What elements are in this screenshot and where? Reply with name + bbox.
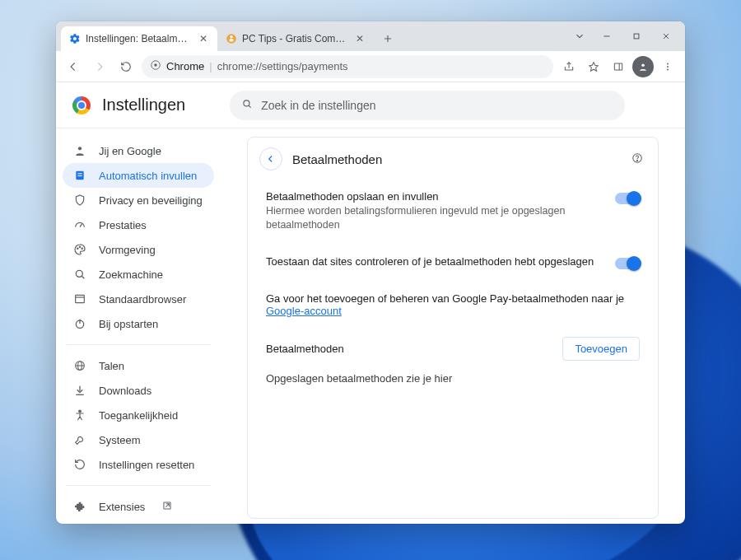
- svg-point-39: [79, 410, 82, 413]
- new-tab-button[interactable]: [377, 28, 398, 49]
- setting-google-pay-info: Ga voor het toevoegen of beheren van Goo…: [248, 281, 658, 329]
- share-icon[interactable]: [558, 56, 580, 77]
- svg-rect-22: [77, 173, 82, 174]
- svg-point-48: [636, 160, 637, 161]
- svg-point-25: [77, 248, 78, 249]
- sidebar-item-search-engine[interactable]: Zoekmachine: [63, 262, 214, 287]
- settings-sidebar: Jij en Google Automatisch invullen Priva…: [56, 128, 221, 524]
- back-button[interactable]: [63, 56, 84, 77]
- profile-avatar[interactable]: [632, 56, 654, 77]
- sidebar-item-you-and-google[interactable]: Jij en Google: [63, 138, 214, 163]
- sidebar-divider: [66, 344, 211, 345]
- external-link-icon: [161, 500, 173, 514]
- google-account-link[interactable]: Google-account: [266, 305, 342, 317]
- sidebar-item-system[interactable]: Systeem: [63, 427, 214, 452]
- svg-point-17: [667, 68, 669, 70]
- close-icon[interactable]: ✕: [198, 33, 209, 44]
- back-button[interactable]: [259, 147, 282, 170]
- tab-settings[interactable]: Instellingen: Betaalmethoden ✕: [61, 26, 217, 51]
- svg-rect-2: [230, 39, 234, 42]
- setting-title: Toestaan dat sites controleren of je bet…: [266, 255, 605, 268]
- settings-title: Instellingen: [102, 96, 185, 114]
- close-window-button[interactable]: [652, 25, 680, 48]
- forward-button[interactable]: [89, 56, 110, 77]
- reload-button[interactable]: [115, 56, 137, 77]
- page-title: Betaalmethoden: [292, 152, 382, 166]
- tab-strip: Instellingen: Betaalmethoden ✕ PC Tips -…: [56, 21, 685, 51]
- sidebar-item-languages[interactable]: Talen: [63, 353, 214, 378]
- empty-state-text: Opgeslagen betaalmethoden zie je hier: [248, 367, 658, 399]
- sidebar-item-label: Vormgeving: [99, 244, 156, 256]
- menu-kebab-icon[interactable]: [657, 56, 678, 77]
- toggle-save-fill-payment[interactable]: [615, 193, 640, 204]
- maximize-button[interactable]: [622, 25, 650, 48]
- sidebar-item-label: Standaardbrowser: [99, 293, 186, 306]
- sidebar-item-default-browser[interactable]: Standaardbrowser: [63, 287, 214, 311]
- svg-point-27: [82, 248, 82, 249]
- sidebar-item-label: Instellingen resetten: [99, 459, 194, 471]
- sidebar-item-about[interactable]: Over Chrome: [63, 519, 214, 524]
- svg-point-1: [230, 35, 233, 39]
- autofill-icon: [72, 169, 87, 182]
- sidebar-item-label: Extensies: [99, 501, 145, 513]
- setting-text: Betaalmethoden opslaan en invullen Hierm…: [266, 190, 605, 232]
- sidebar-item-autofill[interactable]: Automatisch invullen: [63, 163, 214, 188]
- sidebar-item-reset[interactable]: Instellingen resetten: [63, 452, 214, 477]
- sidebar-item-label: Talen: [99, 360, 124, 372]
- gear-icon: [69, 33, 81, 44]
- sidebar-item-label: Prestaties: [99, 219, 147, 231]
- svg-line-24: [80, 224, 82, 227]
- accessibility-icon: [72, 408, 87, 422]
- add-payment-button[interactable]: Toevoegen: [562, 337, 640, 361]
- setting-title: Betaalmethoden opslaan en invullen: [266, 190, 605, 203]
- payment-methods-section-header: Betaalmethoden Toevoegen: [248, 329, 658, 367]
- svg-rect-6: [634, 34, 639, 39]
- url-path: chrome://settings/payments: [217, 60, 348, 72]
- extension-icon: [72, 500, 87, 513]
- sidebar-item-privacy[interactable]: Privacy en beveiliging: [63, 188, 214, 212]
- chevron-down-icon[interactable]: [568, 25, 591, 48]
- site-favicon-icon: [226, 33, 237, 44]
- settings-search-input[interactable]: Zoek in de instellingen: [230, 91, 625, 120]
- svg-point-15: [667, 63, 669, 64]
- close-icon[interactable]: ✕: [354, 33, 366, 44]
- sidebar-item-label: Automatisch invullen: [99, 170, 197, 182]
- svg-marker-11: [590, 62, 599, 71]
- minimize-button[interactable]: [593, 25, 621, 48]
- search-icon: [241, 98, 253, 112]
- sidebar-item-accessibility[interactable]: Toegankelijkheid: [63, 403, 214, 427]
- window-controls: [568, 21, 680, 51]
- sidebar-item-label: Privacy en beveiliging: [99, 194, 203, 207]
- tab-pctips[interactable]: PC Tips - Gratis Computer Tips, k ✕: [217, 26, 374, 51]
- sidebar-item-downloads[interactable]: Downloads: [63, 378, 214, 403]
- info-text: Ga voor het toevoegen of beheren van Goo…: [266, 292, 624, 305]
- download-icon: [72, 384, 87, 397]
- sidebar-item-on-startup[interactable]: Bij opstarten: [63, 311, 214, 336]
- section-title: Betaalmethoden: [266, 343, 344, 355]
- shield-icon: [72, 194, 87, 207]
- svg-point-10: [154, 63, 157, 67]
- svg-rect-23: [77, 175, 82, 176]
- sidebar-divider: [66, 485, 211, 486]
- sidebar-item-extensions[interactable]: Extensies: [63, 494, 214, 519]
- sidebar-item-appearance[interactable]: Vormgeving: [63, 237, 214, 262]
- bookmark-star-icon[interactable]: [583, 56, 604, 77]
- sidebar-item-label: Systeem: [99, 434, 141, 446]
- reset-icon: [72, 458, 87, 471]
- side-panel-icon[interactable]: [608, 56, 629, 77]
- power-icon: [72, 317, 87, 330]
- address-bar[interactable]: Chrome | chrome://settings/payments: [142, 55, 553, 78]
- toggle-allow-sites-check[interactable]: [615, 258, 640, 269]
- search-icon: [72, 268, 87, 281]
- sidebar-item-label: Jij en Google: [99, 145, 161, 157]
- url-divider: |: [209, 60, 212, 72]
- help-icon[interactable]: [631, 152, 643, 166]
- site-info-icon[interactable]: [150, 59, 161, 73]
- globe-icon: [72, 359, 87, 372]
- url-scheme: Chrome: [166, 60, 204, 72]
- setting-text: Ga voor het toevoegen of beheren van Goo…: [266, 292, 640, 317]
- svg-point-18: [244, 100, 249, 106]
- sidebar-item-performance[interactable]: Prestaties: [63, 212, 214, 237]
- svg-rect-12: [614, 63, 622, 69]
- chrome-logo-icon: [72, 96, 91, 114]
